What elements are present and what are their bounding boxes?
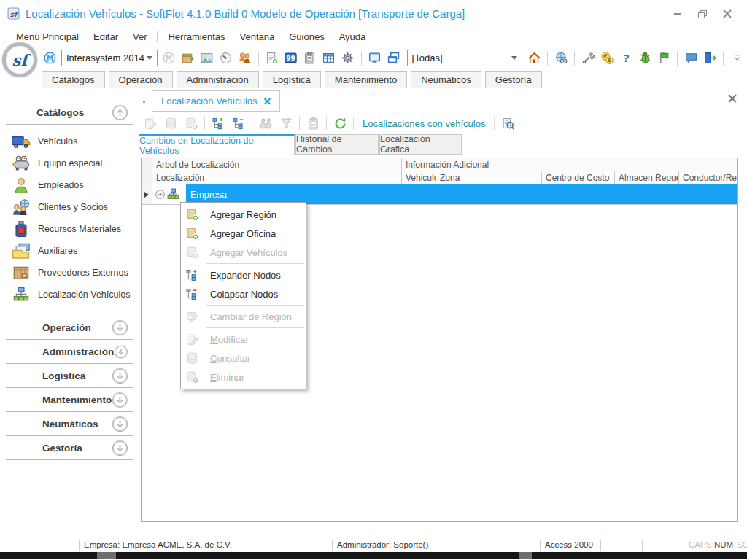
- ribbon-tab-operacion[interactable]: Operación: [109, 71, 173, 88]
- close-button[interactable]: [715, 4, 740, 23]
- sidebar-item-recursos-materiales[interactable]: Recursos Materiales: [0, 218, 139, 240]
- tab-close-icon[interactable]: [264, 98, 271, 104]
- menu-guiones[interactable]: Guiones: [282, 29, 331, 44]
- help-button[interactable]: [619, 51, 633, 66]
- sidebar-item-empleados[interactable]: Empleados: [0, 174, 139, 196]
- sidebar-section-administracion[interactable]: Administración: [6, 340, 133, 364]
- company-combobox-value: Interasystem 2014: [66, 52, 144, 63]
- tasks-button[interactable]: [303, 51, 317, 66]
- toolbar-separator: [252, 117, 252, 130]
- menu-ver[interactable]: Ver: [125, 29, 155, 44]
- menu-ventana[interactable]: Ventana: [233, 29, 282, 44]
- sidebar-section-mantenimiento[interactable]: Mantenimiento: [6, 388, 133, 412]
- expand-nodes-button[interactable]: [211, 116, 225, 131]
- tools-button[interactable]: [581, 51, 595, 66]
- column-conductor-responsable[interactable]: Conductor/Responsable: [679, 171, 737, 184]
- ribbon-tab-mantenimiento[interactable]: Mantenimiento: [325, 71, 407, 88]
- home-button[interactable]: [527, 51, 541, 66]
- ribbon-tab-gestoria[interactable]: Gestoría: [485, 71, 542, 88]
- expand-down-icon: [112, 319, 128, 336]
- context-menu-item-expander-nodos[interactable]: Expander Nodos: [181, 265, 306, 284]
- filter-combobox[interactable]: [Todas]: [407, 50, 522, 66]
- toolbar-overflow-button[interactable]: [729, 51, 744, 66]
- ribbon-tab-neumaticos[interactable]: Neumáticos: [411, 71, 481, 88]
- subtab-localizacion-grafica[interactable]: Localización Grafica: [379, 134, 462, 155]
- column-almacen-repuestos[interactable]: Almacen Repues...: [615, 171, 679, 184]
- sidebar-section-operacion[interactable]: Operación: [6, 316, 133, 340]
- menu-editar[interactable]: Editar: [86, 29, 125, 44]
- users-button[interactable]: [238, 51, 252, 66]
- person-icon: [12, 177, 31, 193]
- toolbar-separator: [361, 51, 362, 66]
- debug-button[interactable]: [638, 51, 652, 66]
- context-menu-item-agregar-region[interactable]: Agregar Región: [181, 205, 306, 224]
- tree-expand-icon: [186, 269, 198, 281]
- house-icon: [528, 52, 541, 64]
- company-combobox[interactable]: Interasystem 2014: [61, 50, 158, 66]
- refresh-button[interactable]: [333, 116, 347, 131]
- expand-node-icon[interactable]: [155, 189, 166, 200]
- clipboard-button-disabled: [306, 116, 320, 131]
- counter-99-button[interactable]: [284, 51, 298, 66]
- sidebar-section-logistica[interactable]: Logistica: [6, 364, 133, 388]
- new-document-button[interactable]: [265, 51, 279, 66]
- grid-view-button[interactable]: [322, 51, 336, 66]
- sidebar-section-neumaticos[interactable]: Neumáticos: [6, 412, 133, 436]
- content-toolbar: Localizaciones con vehículos: [139, 112, 747, 134]
- database-add-icon: [186, 246, 198, 259]
- close-document-button[interactable]: [728, 94, 737, 103]
- context-menu-separator: [206, 263, 304, 264]
- web-monitor-button[interactable]: [554, 51, 568, 66]
- sidebar-item-auxiliares[interactable]: Auxiliares: [0, 240, 139, 262]
- softflot-logo: sf: [2, 42, 37, 77]
- gallery-button[interactable]: [200, 51, 214, 66]
- currency-button[interactable]: [600, 51, 614, 66]
- subtab-cambios-localizacion[interactable]: Cambios en Localización de Vehículos: [139, 134, 295, 155]
- status-database: Access 2000: [545, 540, 593, 549]
- gear-icon: [341, 52, 354, 64]
- column-zona[interactable]: Zona: [436, 171, 542, 184]
- exit-button[interactable]: [703, 51, 717, 66]
- column-localizacion[interactable]: Localización: [152, 171, 402, 184]
- collapse-up-icon[interactable]: [112, 104, 128, 121]
- sidebar-section-gestoria[interactable]: Gestoría: [6, 436, 133, 460]
- messages-button[interactable]: [42, 51, 57, 66]
- monitor-button[interactable]: [368, 51, 382, 66]
- context-menu-item-colapsar-nodos[interactable]: Colapsar Nodos: [181, 284, 306, 303]
- context-menu-item-modificar: Modificar: [181, 330, 306, 349]
- preview-button[interactable]: [500, 116, 515, 131]
- dashboard-button[interactable]: [219, 51, 233, 66]
- ribbon-tab-catalogos[interactable]: Catálogos: [42, 71, 105, 88]
- ribbon-tab-administracion[interactable]: Administración: [177, 71, 259, 88]
- sidebar-header-catalogos[interactable]: Catálogos: [0, 103, 139, 122]
- compressor-icon: [12, 155, 31, 171]
- chat-button[interactable]: [684, 51, 698, 66]
- minimize-button[interactable]: [665, 4, 690, 23]
- speech-bubble-icon: [685, 52, 697, 64]
- flag-button[interactable]: [657, 51, 671, 66]
- sidebar-item-vehiculos[interactable]: Vehículos: [0, 131, 139, 152]
- coins-icon: [601, 52, 614, 64]
- archive-button[interactable]: [181, 51, 196, 66]
- context-menu-item-agregar-oficina[interactable]: Agregar Oficina: [181, 224, 306, 243]
- localizaciones-con-vehiculos-button[interactable]: Localizaciones con vehículos: [360, 117, 488, 131]
- menu-ayuda[interactable]: Ayuda: [332, 29, 374, 44]
- column-centro-de-costo[interactable]: Centro de Costo: [542, 171, 615, 184]
- subtab-historial-cambios[interactable]: Historial de Cambios: [295, 134, 379, 155]
- ribbon-tab-logistica[interactable]: Logística: [263, 71, 321, 88]
- collapse-nodes-button[interactable]: [231, 116, 246, 131]
- windows-button[interactable]: [387, 51, 401, 66]
- badge-99-icon: [285, 52, 297, 64]
- band-arbol-localizacion[interactable]: Arbol de Localización: [152, 158, 402, 171]
- sidebar-item-localizacion-vehiculos[interactable]: Localización Vehículos: [0, 284, 139, 306]
- truck-icon: [12, 133, 31, 149]
- document-tab-localizacion-vehiculos[interactable]: Localización Vehículos: [152, 90, 280, 112]
- sidebar-item-proveedores-externos[interactable]: Proveedores Externos: [0, 262, 139, 284]
- sidebar-item-clientes-socios[interactable]: Clientes y Socios: [0, 196, 139, 218]
- settings-button[interactable]: [341, 51, 355, 66]
- sidebar-item-equipo-especial[interactable]: Equipo especial: [0, 152, 139, 174]
- band-informacion-adicional[interactable]: Información Adicional: [402, 158, 737, 171]
- restore-button[interactable]: [690, 4, 715, 23]
- menu-herramientas[interactable]: Herramientas: [160, 29, 232, 44]
- column-vehiculos[interactable]: Vehiculos: [402, 171, 436, 184]
